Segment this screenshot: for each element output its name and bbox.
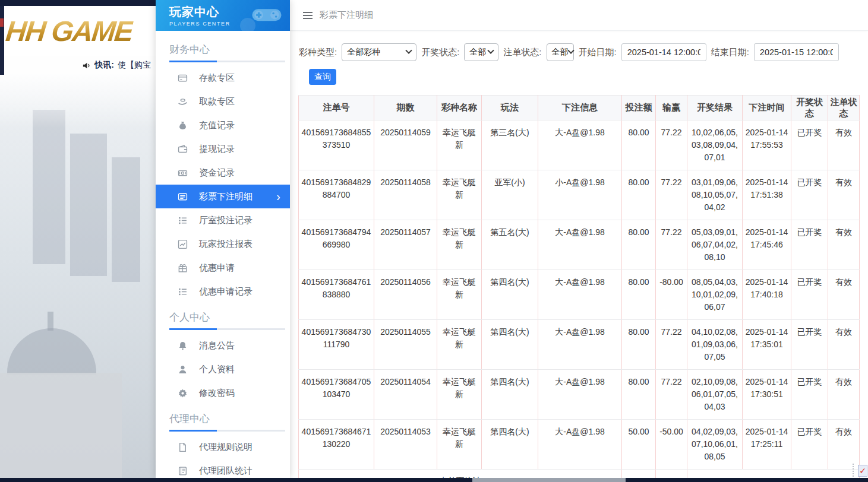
section-underline-accent — [169, 430, 217, 432]
sidebar-item-funds-record[interactable]: 资金记录 — [156, 161, 290, 185]
left-edge-strip — [0, 6, 4, 75]
draw-status-select[interactable]: 全部 — [464, 43, 498, 61]
table-cell: 77.22 — [656, 320, 687, 370]
news-marquee: 使【购宝 — [118, 60, 156, 71]
building-silhouette — [70, 134, 107, 276]
sidebar-item-promo-apply[interactable]: 优惠申请 — [156, 256, 290, 280]
sidebar-section-title: 代理中心 — [156, 405, 290, 430]
sidebar-item-agent-rules[interactable]: 代理规则说明 — [156, 435, 290, 459]
table-cell: 77.22 — [656, 170, 687, 220]
table-cell: 幸运飞艇新 — [437, 370, 482, 420]
summary-bet-total: 530.00 — [622, 470, 656, 478]
draw-status-label: 开奖状态: — [421, 47, 459, 58]
table-cell: 80.00 — [622, 170, 656, 220]
horizontal-scrollbar-thumb[interactable] — [472, 478, 626, 482]
sidebar-item-label: 玩家投注报表 — [199, 239, 252, 250]
table-cell: 已开奖 — [791, 220, 828, 270]
menu-toggle-icon[interactable] — [302, 11, 313, 20]
bell-icon — [178, 341, 188, 351]
sidebar-item-label: 优惠申请记录 — [199, 286, 252, 297]
table-cell: 大-A盘@1.98 — [538, 220, 622, 270]
section-underline — [169, 328, 285, 330]
summary-label: 当前页统计 — [299, 470, 622, 478]
sidebar-item-profile[interactable]: 个人资料 — [156, 357, 290, 381]
section-underline-accent — [169, 328, 217, 330]
order-status-select[interactable]: 全部 — [547, 43, 574, 61]
sidebar-item-recharge-record[interactable]: 充值记录 — [156, 113, 290, 137]
sidebar-item-promo-apply-record[interactable]: 优惠申请记录 — [156, 280, 290, 303]
gear-icon — [178, 388, 188, 398]
table-cell: 08,05,04,03,10,01,02,09,06,07 — [687, 270, 743, 320]
sidebar-item-label: 充值记录 — [199, 120, 235, 131]
sidebar-item-label: 修改密码 — [199, 388, 235, 399]
table-cell: 80.00 — [622, 370, 656, 420]
chevron-down-icon — [567, 47, 574, 54]
summary-row: 当前页统计530.00256.12 — [299, 470, 860, 478]
table-row: 40156917368470510347020250114054幸运飞艇新第四名… — [299, 370, 860, 420]
table-cell: 20250114058 — [374, 170, 437, 220]
start-date-input[interactable] — [621, 43, 706, 61]
table-cell: 401569173684829884700 — [299, 170, 374, 220]
sidebar-item-withdraw-zone[interactable]: 取款专区 — [156, 90, 290, 113]
sidebar-item-agent-team-stats[interactable]: 代理团队统计 — [156, 459, 290, 478]
sidebar-item-announcements[interactable]: 消息公告 — [156, 334, 290, 357]
table-cell: 已开奖 — [791, 370, 828, 420]
sidebar-item-withdrawal-record[interactable]: 提现记录 — [156, 137, 290, 161]
table-cell: 401569173684855373510 — [299, 120, 374, 170]
sidebar-item-deposit-zone[interactable]: 存款专区 — [156, 66, 290, 90]
sidebar-item-lottery-bet-detail[interactable]: 彩票下注明细› — [156, 185, 290, 208]
table-cell: 有效 — [828, 270, 860, 320]
sidebar-body: 财务中心存款专区取款专区充值记录提现记录资金记录彩票下注明细›厅室投注记录玩家投… — [156, 31, 290, 478]
column-header: 玩法 — [482, 96, 538, 120]
table-cell: 77.22 — [656, 120, 687, 170]
wallet-icon — [178, 144, 188, 154]
section-underline — [169, 61, 285, 62]
end-date-input[interactable] — [754, 43, 839, 61]
background-page: HH GAME 快讯: 使【购宝 — [0, 0, 156, 478]
filter-bar: 彩种类型: 全部彩种 开奖状态: 全部 注单状态: 全部 开始日期: 结束日期: — [290, 31, 868, 61]
table-cell: 77.22 — [656, 220, 687, 270]
table-row: 40156917368485537351020250114059幸运飞艇新第三名… — [299, 120, 860, 170]
sidebar-item-player-bet-report[interactable]: 玩家投注报表 — [156, 232, 290, 256]
gamepad-icon — [250, 4, 284, 26]
table-cell: 20250114053 — [374, 420, 437, 470]
table-cell: 2025-01-14 17:40:18 — [743, 270, 791, 320]
table-cell: 已开奖 — [791, 120, 828, 170]
table-cell: 50.00 — [622, 420, 656, 470]
sidebar-header: 玩家中心 PLAYERS CENTER — [156, 0, 290, 31]
site-logo[interactable]: HH GAME — [0, 15, 134, 47]
column-header: 投注额 — [622, 96, 656, 120]
hand-coins-icon — [178, 97, 188, 107]
table-cell: 第五名(大) — [482, 220, 538, 270]
resize-dots — [853, 464, 856, 477]
sidebar-item-change-password[interactable]: 修改密码 — [156, 381, 290, 405]
table-cell: 有效 — [828, 170, 860, 220]
table-cell: -50.00 — [656, 420, 687, 470]
table-cell: 有效 — [828, 370, 860, 420]
person-icon — [178, 364, 188, 375]
table-cell: 大-A盘@1.98 — [538, 320, 622, 370]
table-cell: 2025-01-14 17:55:53 — [743, 120, 791, 170]
chevron-down-icon — [488, 47, 494, 54]
table-cell: 已开奖 — [791, 170, 828, 220]
money-bag-icon — [178, 120, 188, 131]
lottery-type-select[interactable]: 全部彩种 — [342, 43, 416, 61]
chevron-right-icon: › — [276, 191, 280, 202]
table-cell: 幸运飞艇新 — [437, 270, 482, 320]
table-cell: 05,03,09,01,06,07,04,02,08,10 — [687, 220, 743, 270]
order-status-label: 注单状态: — [503, 47, 541, 58]
table-cell: 2025-01-14 17:45:46 — [743, 220, 791, 270]
capitol-base — [0, 373, 122, 478]
draw-status-value: 全部 — [469, 47, 486, 58]
sidebar-item-hall-bet-record[interactable]: 厅室投注记录 — [156, 208, 290, 232]
table-cell: 2025-01-14 17:35:01 — [743, 320, 791, 370]
photo-fade — [0, 74, 156, 128]
table-cell: 401569173684730111790 — [299, 320, 374, 370]
table-cell: 03,01,09,06,08,10,05,07,04,02 — [687, 170, 743, 220]
summary-winloss-total: 256.12 — [656, 470, 687, 478]
summary-empty — [687, 470, 860, 478]
table-cell: 幸运飞艇新 — [437, 120, 482, 170]
list-icon — [178, 215, 188, 226]
search-button[interactable]: 查询 — [309, 69, 336, 85]
news-label: 快讯: — [94, 60, 114, 71]
